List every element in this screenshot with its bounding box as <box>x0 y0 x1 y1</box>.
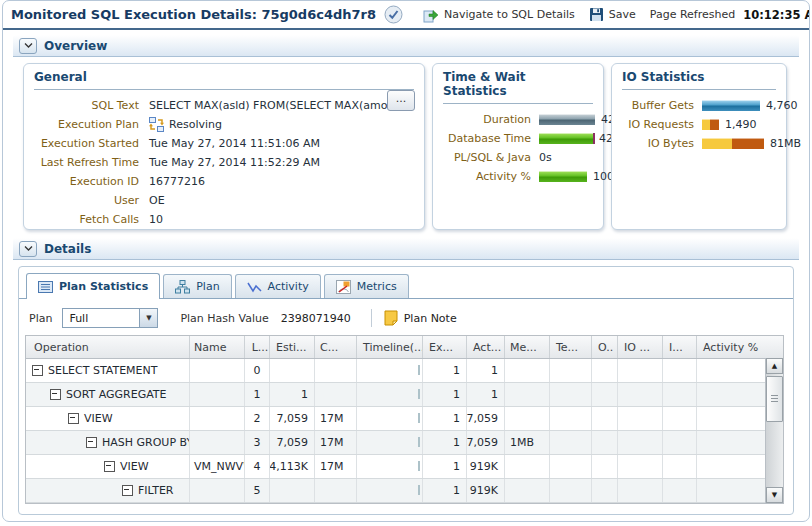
sql-text-row: SQL Text SELECT MAX(asld) FROM(SELECT MA… <box>34 96 414 115</box>
io-stats-title: IO Statistics <box>622 70 776 84</box>
io-stats-panel: IO Statistics Buffer Gets 4,760 IO Reque… <box>611 63 787 230</box>
plan-hash-value: 2398071940 <box>281 312 351 325</box>
dropdown-arrow-icon[interactable]: ▼ <box>139 309 157 327</box>
col-memory[interactable]: Me... <box>505 336 550 358</box>
table-row[interactable]: SORT AGGREGATE 1 1 1 1 <box>26 383 783 407</box>
plan-statistics-icon <box>38 280 53 294</box>
io-bytes-row: IO Bytes 81MB <box>622 134 776 153</box>
sql-text-value: SELECT MAX(asld) FROM(SELECT MAX(amo <box>149 99 387 112</box>
time-wait-title: Time & Wait Statistics <box>443 70 593 98</box>
scrollbar-thumb[interactable] <box>766 376 783 422</box>
sql-text-more-button[interactable]: ... <box>387 90 415 111</box>
save-button[interactable]: Save <box>589 7 636 22</box>
execution-started-row: Execution Started Tue May 27, 2014 11:51… <box>34 134 414 153</box>
timeline-tick <box>418 485 420 495</box>
general-panel: General SQL Text SELECT MAX(asld) FROM(S… <box>23 63 425 230</box>
refreshed-label: Page Refreshed <box>650 8 735 21</box>
collapse-node-icon[interactable] <box>122 485 133 496</box>
col-executions[interactable]: Ex... <box>423 336 467 358</box>
divider <box>622 89 776 90</box>
plan-hash-label: Plan Hash Value <box>180 312 268 325</box>
user-row: User OE <box>34 191 414 210</box>
divider <box>443 103 593 104</box>
timeline-tick <box>418 413 420 423</box>
tab-plan[interactable]: Plan <box>163 274 231 298</box>
execution-plan-value: Resolving <box>169 118 222 131</box>
buffer-gets-bar <box>702 100 760 111</box>
col-operation[interactable]: Operation <box>26 336 190 358</box>
page: Monitored SQL Execution Details: 75g0d6c… <box>2 0 810 522</box>
tab-metrics[interactable]: Metrics <box>324 274 409 298</box>
io-requests-bar <box>702 119 719 130</box>
fetch-calls-row: Fetch Calls 10 <box>34 210 414 229</box>
collapse-node-icon[interactable] <box>104 461 115 472</box>
activity-row-bar <box>698 503 732 504</box>
execution-plan-row: Execution Plan Resolving <box>34 115 414 134</box>
overview-section-header: Overview <box>13 35 799 57</box>
time-wait-panel: Time & Wait Statistics Duration 42.0s Da… <box>432 63 604 230</box>
navigate-icon <box>423 7 439 23</box>
col-name[interactable]: Name <box>190 336 245 358</box>
last-refresh-row: Last Refresh Time Tue May 27, 2014 11:52… <box>34 153 414 172</box>
col-actual-rows[interactable]: Act... <box>467 336 505 358</box>
database-time-bar <box>539 133 593 144</box>
scroll-down-button[interactable]: ▼ <box>766 487 783 503</box>
collapse-overview-button[interactable] <box>19 38 37 54</box>
timeline-tick <box>418 461 420 471</box>
col-activity-pct[interactable]: Activity % <box>697 336 765 358</box>
overview-cards: General SQL Text SELECT MAX(asld) FROM(S… <box>23 63 787 230</box>
collapse-node-icon[interactable] <box>32 365 43 376</box>
col-io-bytes[interactable]: I... <box>663 336 697 358</box>
table-row[interactable]: SELECT STATEMENT 0 1 1 <box>26 359 783 383</box>
details-box: Plan Statistics Plan Activity Metrics <box>18 266 794 515</box>
collapse-node-icon[interactable] <box>50 389 61 400</box>
tab-plan-statistics[interactable]: Plan Statistics <box>26 273 160 299</box>
col-other[interactable]: O.. <box>592 336 618 358</box>
collapse-node-icon[interactable] <box>86 437 97 448</box>
refreshed-time: 10:12:35 AM GMT-0500 <box>743 8 810 22</box>
navigate-to-sql-details-button[interactable]: Navigate to SQL Details <box>423 7 575 23</box>
col-io-requests[interactable]: IO ... <box>618 336 663 358</box>
timeline-cell <box>357 503 423 504</box>
plan-icon <box>175 280 190 294</box>
status-check-icon <box>384 5 403 24</box>
top-bar: Monitored SQL Execution Details: 75g0d6c… <box>3 1 809 30</box>
timeline-cell <box>357 359 423 382</box>
col-timeline[interactable]: Timeline(... <box>357 336 423 358</box>
plan-dropdown-label: Plan <box>29 312 52 325</box>
col-estimated-rows[interactable]: Esti... <box>270 336 315 358</box>
collapse-node-icon[interactable] <box>68 413 79 424</box>
activity-icon <box>247 280 262 294</box>
operation-label: FILTER <box>138 484 174 497</box>
timeline-cell <box>357 455 423 478</box>
col-line[interactable]: L... <box>245 336 270 358</box>
table-row[interactable]: FILTER 5 1 919K <box>26 479 783 503</box>
plan-toolbar: Plan Full ▼ Plan Hash Value 2398071940 P… <box>19 299 793 335</box>
col-cost[interactable]: C... <box>315 336 357 358</box>
timeline-cell <box>357 431 423 454</box>
save-icon <box>589 7 604 22</box>
plan-note-label[interactable]: Plan Note <box>404 312 457 325</box>
metrics-icon <box>336 280 351 294</box>
col-temp[interactable]: Te... <box>550 336 592 358</box>
operation-label: SELECT STATEMENT <box>48 364 157 377</box>
page-refreshed: Page Refreshed 10:12:35 AM GMT-0500 <box>650 8 810 22</box>
scroll-up-button[interactable]: ▲ <box>766 358 783 374</box>
io-requests-row: IO Requests 1,490 <box>622 115 776 134</box>
table-row[interactable]: VIEW VM_NWVW 4 4,113K 17M 1 919K <box>26 455 783 479</box>
timeline-cell <box>357 479 423 502</box>
table-row[interactable]: VIEW 2 7,059 17M 1 7,059 <box>26 407 783 431</box>
vertical-scrollbar[interactable]: ▲ ▼ <box>765 358 783 503</box>
duration-bar <box>539 114 595 125</box>
table-header-row: Operation Name L... Esti... C... Timelin… <box>26 336 783 359</box>
tab-activity[interactable]: Activity <box>235 274 321 298</box>
table-row[interactable]: HASH GROUP BY 3 7,059 17M 1 7,059 1MB <box>26 431 783 455</box>
io-bytes-row-bar <box>663 503 665 504</box>
plan-note-icon <box>384 310 398 326</box>
io-requests-row-bar <box>618 503 642 504</box>
table-row-partial[interactable] <box>26 503 783 504</box>
activity-pct-bar <box>539 171 587 182</box>
collapse-details-button[interactable] <box>19 241 37 257</box>
resolving-icon <box>149 117 164 132</box>
plan-dropdown[interactable]: Full ▼ <box>62 308 158 328</box>
